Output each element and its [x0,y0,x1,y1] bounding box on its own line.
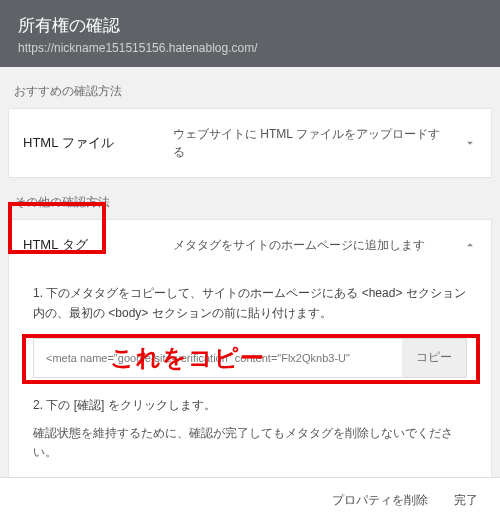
method-html-file-card: HTML ファイル ウェブサイトに HTML ファイルをアップロードする [8,108,492,178]
remove-property-button[interactable]: プロパティを削除 [332,492,428,509]
method-html-file-desc: ウェブサイトに HTML ファイルをアップロードする [173,125,477,161]
dialog-header: 所有権の確認 https://nickname151515156.hatenab… [0,0,500,67]
method-html-tag-name: HTML タグ [23,236,173,254]
dialog-footer: プロパティを削除 完了 [0,477,500,523]
step2-text: 2. 下の [確認] をクリックします。 [33,396,467,416]
chevron-up-icon [463,238,477,252]
section-other-label: その他の確認方法 [0,178,500,219]
method-html-tag-card: HTML タグ メタタグをサイトのホームページに追加します 1. 下のメタタグを… [8,219,492,514]
copy-button[interactable]: コピー [402,339,466,377]
note-text: 確認状態を維持するために、確認が完了してもメタタグを削除しないでください。 [33,424,467,464]
step1-text: 1. 下のメタタグをコピーして、サイトのホームページにある <head> セクシ… [33,284,467,324]
chevron-down-icon [463,136,477,150]
method-html-tag-header[interactable]: HTML タグ メタタグをサイトのホームページに追加します [9,220,491,270]
method-html-tag-desc: メタタグをサイトのホームページに追加します [173,236,477,254]
property-url: https://nickname151515156.hatenablog.com… [18,41,482,55]
done-button[interactable]: 完了 [454,492,478,509]
method-html-file-name: HTML ファイル [23,134,173,152]
method-html-file-header[interactable]: HTML ファイル ウェブサイトに HTML ファイルをアップロードする [9,109,491,177]
meta-tag-code[interactable]: <meta name="google-site-verification" co… [34,339,402,377]
meta-tag-codebox: <meta name="google-site-verification" co… [33,338,467,378]
section-recommended-label: おすすめの確認方法 [0,67,500,108]
dialog-title: 所有権の確認 [18,14,482,37]
